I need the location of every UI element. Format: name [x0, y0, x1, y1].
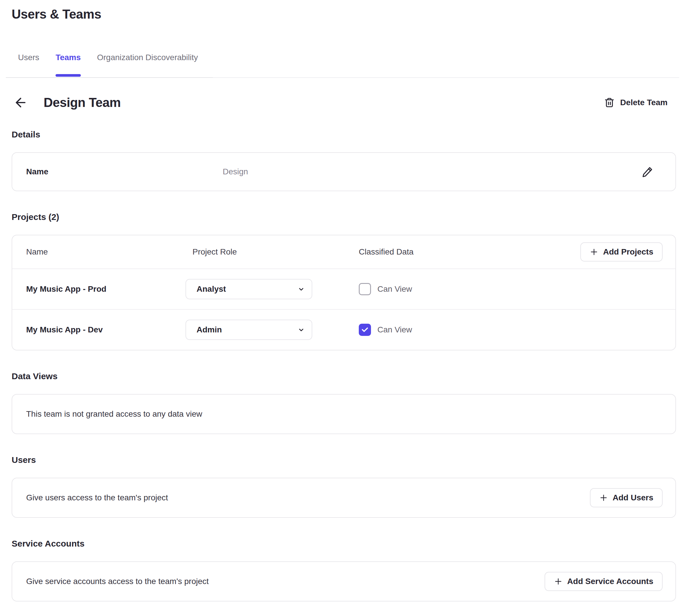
projects-heading: Projects (2) — [12, 212, 685, 222]
plus-icon — [554, 577, 563, 586]
table-row: My Music App - Prod Analyst Can View — [12, 268, 676, 309]
classified-data-cell: Can View — [359, 283, 663, 295]
project-role-select[interactable]: Analyst — [186, 279, 312, 299]
service-accounts-heading: Service Accounts — [12, 539, 685, 549]
users-card: Give users access to the team's project … — [12, 478, 676, 518]
classified-data-cell: Can View — [359, 324, 663, 336]
users-heading: Users — [12, 455, 685, 465]
can-view-checkbox[interactable] — [359, 283, 371, 295]
add-users-label: Add Users — [613, 493, 653, 502]
page-title: Users & Teams — [12, 7, 685, 22]
name-label: Name — [26, 167, 223, 176]
tab-organization-discoverability[interactable]: Organization Discoverability — [97, 53, 198, 77]
project-name: My Music App - Prod — [26, 284, 186, 294]
table-row: My Music App - Dev Admin Can View — [12, 309, 676, 350]
team-name-value: Design — [223, 167, 641, 176]
delete-team-button[interactable]: Delete Team — [604, 97, 667, 108]
service-accounts-empty-text: Give service accounts access to the team… — [26, 577, 209, 586]
can-view-label: Can View — [378, 325, 412, 334]
projects-card: Name Project Role Classified Data Add Pr… — [12, 235, 676, 350]
add-users-button[interactable]: Add Users — [590, 488, 663, 507]
plus-icon — [599, 493, 608, 502]
project-role-select[interactable]: Admin — [186, 320, 312, 340]
team-title: Design Team — [44, 95, 121, 110]
pencil-icon — [642, 166, 653, 178]
project-name: My Music App - Dev — [26, 325, 186, 334]
add-projects-label: Add Projects — [603, 247, 653, 257]
add-service-accounts-button[interactable]: Add Service Accounts — [544, 572, 663, 591]
project-role-value: Admin — [196, 325, 222, 334]
back-button[interactable] — [12, 93, 30, 112]
projects-table-header: Name Project Role Classified Data Add Pr… — [12, 235, 676, 268]
tab-bar: Users Teams Organization Discoverability — [18, 53, 685, 77]
tab-bar-divider — [6, 77, 679, 78]
plus-icon — [590, 247, 598, 256]
tab-teams[interactable]: Teams — [56, 53, 81, 77]
team-header: Design Team Delete Team — [12, 93, 685, 112]
details-heading: Details — [12, 130, 685, 139]
details-card: Name Design — [12, 152, 676, 191]
can-view-checkbox[interactable] — [359, 324, 371, 336]
add-projects-button[interactable]: Add Projects — [580, 242, 663, 262]
checkmark-icon — [361, 326, 369, 334]
column-header-name: Name — [26, 247, 186, 257]
tab-users[interactable]: Users — [18, 53, 39, 77]
chevron-down-icon — [297, 326, 305, 334]
delete-team-label: Delete Team — [620, 98, 667, 107]
can-view-label: Can View — [378, 284, 412, 294]
edit-name-button[interactable] — [641, 165, 655, 179]
project-role-value: Analyst — [196, 284, 226, 294]
trash-icon — [604, 97, 615, 108]
chevron-down-icon — [297, 285, 305, 293]
service-accounts-card: Give service accounts access to the team… — [12, 562, 676, 601]
data-views-heading: Data Views — [12, 371, 685, 381]
column-header-project-role: Project Role — [186, 247, 359, 257]
data-views-card: This team is not granted access to any d… — [12, 394, 676, 434]
arrow-left-icon — [13, 95, 28, 110]
users-empty-text: Give users access to the team's project — [26, 493, 168, 502]
add-service-accounts-label: Add Service Accounts — [567, 577, 653, 586]
team-name-row: Name Design — [12, 153, 676, 191]
data-views-empty-text: This team is not granted access to any d… — [26, 410, 202, 419]
column-header-classified-data: Classified Data — [359, 247, 580, 257]
